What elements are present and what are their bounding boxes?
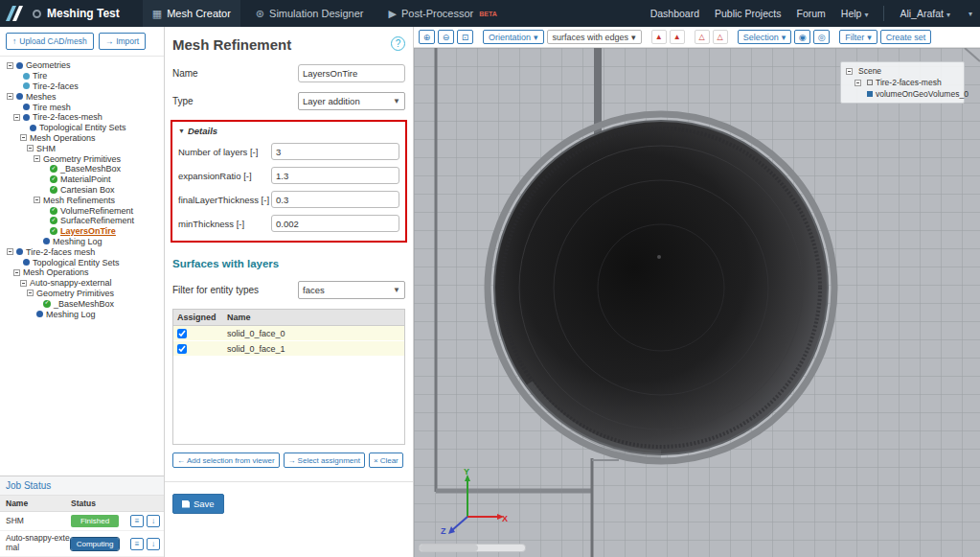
name-input[interactable] xyxy=(298,64,405,82)
tree-item-shm[interactable]: SHM xyxy=(2,143,164,153)
tree-item-tire-2-faces[interactable]: Tire-2-faces xyxy=(2,81,164,92)
filter-dropdown[interactable]: Filter ▾ xyxy=(839,30,877,44)
tree-item-cartesian-box[interactable]: Cartesian Box xyxy=(2,185,164,196)
tree-item-tire[interactable]: Tire xyxy=(2,71,164,81)
entity-filter-select[interactable]: faces ▼ xyxy=(298,281,405,299)
collapse-icon[interactable] xyxy=(7,62,13,69)
number-of-layers-input[interactable] xyxy=(271,143,399,160)
mesh-icon xyxy=(23,114,30,121)
tree-item-surfacerefinement[interactable]: SurfaceRefinement xyxy=(2,216,164,226)
clear-button[interactable]: × Clear xyxy=(369,453,403,468)
tab-post-processor[interactable]: ▶ Post-Processor BETA xyxy=(379,0,507,27)
entity-set-icon xyxy=(23,259,30,266)
tree-item-mesh-operations-2[interactable]: Mesh Operations xyxy=(2,267,164,278)
tree-item-tire-mesh[interactable]: Tire mesh xyxy=(2,102,164,112)
create-set-button[interactable]: Create set xyxy=(880,30,932,44)
table-row[interactable]: solid_0_face_0 xyxy=(173,326,404,341)
collapse-icon[interactable] xyxy=(846,68,853,75)
geometry-icon xyxy=(23,73,30,80)
tab-mesh-creator[interactable]: ▦ Mesh Creator xyxy=(143,0,240,27)
job-log-button[interactable]: ≡ xyxy=(130,515,144,527)
select-assignment-button[interactable]: → Select assignment xyxy=(284,453,365,468)
tree-item-meshes[interactable]: Meshes xyxy=(2,91,164,102)
mesh-icon xyxy=(16,93,23,100)
job-download-button[interactable]: ↓ xyxy=(147,538,160,550)
job-log-button[interactable]: ≡ xyxy=(130,538,144,550)
nav-help[interactable]: Help▾ xyxy=(841,8,869,19)
scene-volume-item[interactable]: volumeOnGeoVolumes_0 xyxy=(846,88,959,100)
collapse-icon[interactable] xyxy=(7,248,13,255)
upload-cad-button[interactable]: ↑ Upload CAD/mesh xyxy=(6,33,94,50)
collapse-icon[interactable] xyxy=(27,145,34,151)
tree-item-basemeshbox-2[interactable]: _BaseMeshBox xyxy=(2,298,164,309)
tree-item-mesh-refinements[interactable]: Mesh Refinements xyxy=(2,195,164,205)
render-mode-dropdown[interactable]: surfaces with edges ▾ xyxy=(547,30,642,44)
scrollbar-thumb[interactable] xyxy=(420,545,478,551)
zoom-in-button[interactable]: ⊕ xyxy=(419,30,435,44)
collapse-icon[interactable] xyxy=(13,114,20,121)
details-header[interactable]: ▼ Details xyxy=(178,126,399,136)
tree-item-topological-entity-sets[interactable]: Topological Entity Sets xyxy=(2,123,164,133)
help-button[interactable]: ? xyxy=(391,36,405,51)
expansion-ratio-input[interactable] xyxy=(271,167,399,184)
tree-item-volumerefinement[interactable]: VolumeRefinement xyxy=(2,205,164,216)
hide-faces-button[interactable]: ▲ xyxy=(651,30,667,44)
tree-item-auto-snappy-external[interactable]: Auto-snappy-external xyxy=(2,278,164,289)
project-icon xyxy=(33,10,41,18)
nav-dashboard[interactable]: Dashboard xyxy=(650,8,699,19)
collapse-icon[interactable] xyxy=(855,80,861,86)
collapse-icon[interactable] xyxy=(13,269,20,276)
nav-forum[interactable]: Forum xyxy=(796,8,825,19)
tree-item-mesh-operations[interactable]: Mesh Operations xyxy=(2,133,164,144)
tree-item-meshing-log[interactable]: Meshing Log xyxy=(2,237,164,247)
collapse-icon[interactable] xyxy=(27,290,34,296)
tab-simulation-designer[interactable]: ⊛ Simulation Designer xyxy=(246,0,374,27)
collapse-icon[interactable] xyxy=(20,280,27,287)
min-thickness-input[interactable] xyxy=(271,215,399,232)
chevron-down-icon[interactable]: ▾ xyxy=(969,10,972,18)
collapse-icon[interactable] xyxy=(34,155,40,162)
type-select[interactable]: Layer addition ▼ xyxy=(298,92,405,110)
tree-item-topological-entity-sets-2[interactable]: Topological Entity Sets xyxy=(2,257,164,267)
selection-dropdown[interactable]: Selection ▾ xyxy=(738,30,792,44)
table-row[interactable]: solid_0_face_1 xyxy=(173,341,404,357)
show-faces-button[interactable]: ▲ xyxy=(670,30,685,44)
job-download-button[interactable]: ↓ xyxy=(147,515,160,527)
invert-faces-button[interactable]: △ xyxy=(713,30,728,44)
tree-item-meshing-log-2[interactable]: Meshing Log xyxy=(2,309,164,319)
scene-root-item[interactable]: Scene xyxy=(846,65,959,77)
final-layer-thickness-input[interactable] xyxy=(271,191,399,208)
save-button[interactable]: Save xyxy=(172,494,224,514)
user-menu[interactable]: Ali_Arafat▾ xyxy=(900,8,950,19)
fit-view-button[interactable]: ⊡ xyxy=(457,30,473,44)
collapse-icon[interactable] xyxy=(20,134,27,141)
import-button[interactable]: → Import xyxy=(99,33,147,50)
nav-public-projects[interactable]: Public Projects xyxy=(715,8,781,19)
show-all-button[interactable]: ◉ xyxy=(794,30,810,44)
tree-item-geometry-primitives[interactable]: Geometry Primitives xyxy=(2,153,164,164)
tree-item-tire-2-faces-mesh[interactable]: Tire-2-faces-mesh xyxy=(2,112,164,123)
viewer-toolbar: ⊕ ⊖ ⊡ Orientation ▾ surfaces with edges … xyxy=(414,27,980,48)
zoom-out-button[interactable]: ⊖ xyxy=(438,30,454,44)
log-icon xyxy=(43,238,50,244)
assigned-checkbox[interactable] xyxy=(177,344,187,354)
viewer-stage[interactable]: Scene Tire-2-faces-mesh volumeOnGeoVolum… xyxy=(414,48,980,557)
tree-item-tire-2-faces-mesh-2[interactable]: Tire-2-faces mesh xyxy=(2,246,164,257)
tree-item-layersontire[interactable]: LayersOnTire xyxy=(2,226,164,237)
tree-item-materialpoint[interactable]: MaterialPoint xyxy=(2,174,164,185)
divider xyxy=(165,481,413,482)
assigned-checkbox[interactable] xyxy=(177,329,187,338)
tree-item-geometry-primitives-2[interactable]: Geometry Primitives xyxy=(2,289,164,299)
scene-mesh-item[interactable]: Tire-2-faces-mesh xyxy=(846,77,959,88)
tree-item-geometries[interactable]: Geometries xyxy=(2,60,164,71)
add-selection-from-viewer-button[interactable]: ← Add selection from viewer xyxy=(172,453,280,468)
collapse-icon[interactable] xyxy=(7,93,13,100)
check-icon xyxy=(50,217,57,224)
viewer-scrollbar[interactable] xyxy=(419,544,526,552)
app-logo[interactable] xyxy=(4,4,27,23)
hide-all-button[interactable]: ◎ xyxy=(813,30,830,44)
collapse-icon[interactable] xyxy=(34,197,40,203)
isolate-faces-button[interactable]: △ xyxy=(695,30,710,44)
orientation-dropdown[interactable]: Orientation ▾ xyxy=(483,30,544,44)
tree-item-basemeshbox[interactable]: _BaseMeshBox xyxy=(2,164,164,174)
